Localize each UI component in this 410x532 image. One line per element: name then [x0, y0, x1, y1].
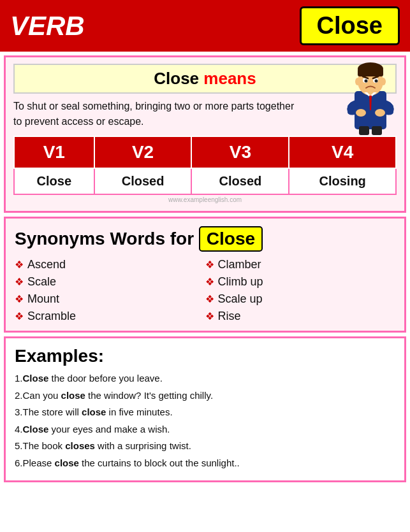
- diamond-icon: ❖: [15, 276, 24, 288]
- synonyms-title: Synonyms Words for Close: [15, 226, 395, 252]
- example-1-rest: the door before you leave.: [48, 373, 162, 384]
- verb-label: VERB: [10, 11, 85, 41]
- verb-forms-value-row: Close Closed Closed Closing: [14, 168, 396, 194]
- diamond-icon: ❖: [205, 259, 214, 271]
- svg-point-15: [375, 109, 385, 117]
- svg-point-14: [356, 109, 366, 117]
- verb-forms-header-row: V1 V2 V3 V4: [14, 136, 396, 168]
- v1-value: Close: [14, 168, 94, 194]
- svg-point-11: [381, 78, 386, 85]
- definition-title-colored: means: [199, 69, 256, 88]
- synonyms-section: Synonyms Words for Close ❖ Ascend ❖ Clam…: [4, 217, 406, 333]
- svg-point-6: [365, 80, 368, 83]
- example-3-prefix: 3.The store will: [15, 406, 82, 417]
- synonyms-title-text: Synonyms Words for: [15, 229, 199, 248]
- examples-title: Examples:: [15, 346, 395, 366]
- synonym-item-clamber: ❖ Clamber: [205, 258, 396, 271]
- synonym-label: Clamber: [218, 258, 261, 271]
- synonym-item-scramble: ❖ Scramble: [15, 310, 205, 323]
- synonym-item-mount: ❖ Mount: [15, 292, 205, 306]
- example-2-bold: close: [61, 390, 85, 401]
- example-4-rest: your eyes and make a wish.: [48, 424, 170, 435]
- diamond-icon: ❖: [205, 293, 214, 305]
- synonym-label: Scale: [27, 275, 56, 289]
- example-3-rest: in five minutes.: [106, 406, 172, 417]
- example-4-prefix: 4.: [15, 424, 23, 435]
- synonym-label: Ascend: [27, 258, 66, 271]
- example-3: 3.The store will close in five minutes.: [15, 405, 395, 420]
- examples-section: Examples: 1.Close the door before you le…: [4, 336, 406, 482]
- example-4: 4.Close your eyes and make a wish.: [15, 422, 395, 437]
- diamond-icon: ❖: [15, 259, 24, 271]
- synonym-label: Scale up: [218, 292, 263, 306]
- synonym-label: Mount: [27, 292, 59, 306]
- v1-header: V1: [14, 136, 94, 168]
- diamond-icon: ❖: [205, 276, 214, 288]
- svg-point-10: [355, 78, 360, 85]
- example-1-prefix: 1.: [15, 373, 23, 384]
- example-2-rest: the window? It's getting chilly.: [85, 390, 213, 401]
- v3-header: V3: [191, 136, 289, 168]
- example-3-bold: close: [82, 406, 106, 417]
- synonym-item-rise: ❖ Rise: [205, 310, 396, 323]
- v3-value: Closed: [191, 168, 289, 194]
- example-5-prefix: 5.The book: [15, 440, 65, 451]
- example-1: 1.Close the door before you leave.: [15, 371, 395, 386]
- example-6: 6.Please close the curtains to block out…: [15, 456, 395, 471]
- svg-point-7: [375, 80, 378, 83]
- svg-rect-17: [372, 126, 382, 135]
- synonym-label: Scramble: [27, 310, 76, 323]
- character-illustration: [342, 62, 399, 133]
- svg-rect-3: [358, 69, 383, 76]
- verb-forms-table: V1 V2 V3 V4 Close Closed Closed Closing: [13, 136, 397, 195]
- diamond-icon: ❖: [15, 310, 24, 322]
- example-1-bold: Close: [23, 373, 49, 384]
- definition-body: To shut or seal something, bringing two …: [13, 99, 305, 129]
- svg-rect-16: [359, 126, 369, 135]
- synonym-item-ascend: ❖ Ascend: [15, 258, 205, 271]
- definition-title-bold: Close: [154, 69, 199, 88]
- example-5-rest: with a surprising twist.: [95, 440, 191, 451]
- definition-title: Close means: [13, 64, 397, 94]
- page-header: VERB Close: [0, 0, 410, 52]
- synonym-label: Climb up: [218, 275, 263, 289]
- diamond-icon: ❖: [205, 310, 214, 322]
- example-4-bold: Close: [23, 424, 49, 435]
- example-2: 2.Can you close the window? It's getting…: [15, 389, 395, 403]
- word-label: Close: [300, 6, 400, 45]
- synonym-label: Rise: [218, 310, 241, 323]
- diamond-icon: ❖: [15, 293, 24, 305]
- v4-value: Closing: [289, 168, 396, 194]
- example-6-prefix: 6.Please: [15, 457, 55, 468]
- example-6-bold: close: [55, 457, 79, 468]
- v4-header: V4: [289, 136, 396, 168]
- synonyms-title-word: Close: [199, 226, 263, 252]
- example-5: 5.The book closes with a surprising twis…: [15, 439, 395, 454]
- synonym-item-climb-up: ❖ Climb up: [205, 275, 396, 289]
- watermark: www.exampleenglish.com: [13, 195, 397, 205]
- synonym-item-scale-up: ❖ Scale up: [205, 292, 396, 306]
- synonyms-grid: ❖ Ascend ❖ Clamber ❖ Scale ❖ Climb up ❖ …: [15, 258, 395, 323]
- v2-value: Closed: [94, 168, 192, 194]
- example-5-bold: closes: [65, 440, 95, 451]
- synonym-item-scale: ❖ Scale: [15, 275, 205, 289]
- v2-header: V2: [94, 136, 192, 168]
- example-6-rest: the curtains to block out the sunlight..: [79, 457, 240, 468]
- definition-section: Close means To shut or seal something, b…: [4, 55, 406, 213]
- example-2-prefix: 2.Can you: [15, 390, 61, 401]
